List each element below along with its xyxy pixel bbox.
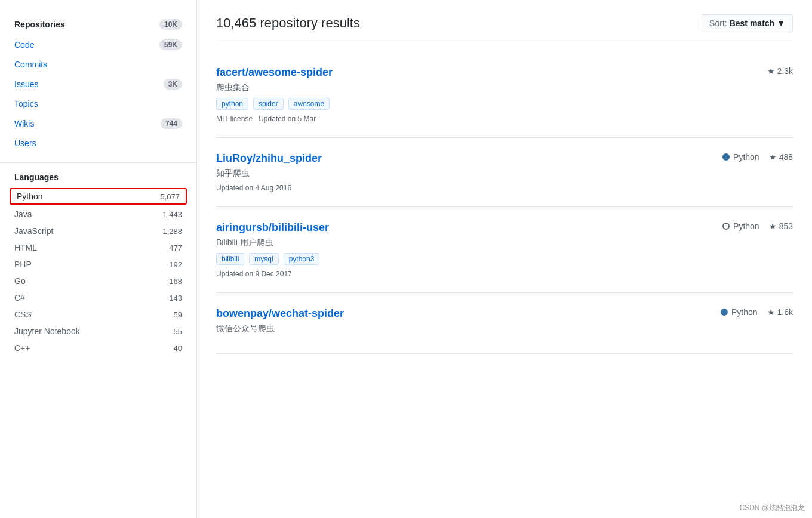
language-item-html[interactable]: HTML477 bbox=[0, 239, 196, 256]
star-icon: ★ bbox=[767, 66, 775, 76]
language-item-c#[interactable]: C#143 bbox=[0, 289, 196, 306]
repo-footer: MIT license Updated on 5 Mar bbox=[216, 115, 793, 123]
language-name: CSS bbox=[14, 310, 32, 319]
language-name: PHP bbox=[14, 260, 32, 269]
repo-updated: Updated on 9 Dec 2017 bbox=[216, 270, 292, 278]
language-name: Jupyter Notebook bbox=[14, 326, 80, 336]
language-item-jupyter-notebook[interactable]: Jupyter Notebook55 bbox=[0, 323, 196, 340]
language-count: 168 bbox=[169, 277, 182, 286]
sidebar: Repositories10KCode59KCommitsIssues3KTop… bbox=[0, 0, 197, 518]
star-icon: ★ bbox=[769, 152, 777, 162]
star-count: ★ 853 bbox=[769, 221, 793, 231]
repo-tag[interactable]: bilibili bbox=[216, 253, 244, 265]
watermark: CSDN @炫酷泡泡龙 bbox=[739, 503, 805, 513]
repo-tags: pythonspiderawesome bbox=[216, 98, 793, 110]
star-value: 488 bbox=[779, 152, 793, 162]
results-header: 10,465 repository results Sort: Best mat… bbox=[216, 14, 793, 42]
language-dot bbox=[722, 223, 730, 230]
repo-updated: Updated on 5 Mar bbox=[259, 115, 316, 123]
repo-tag[interactable]: mysql bbox=[249, 253, 278, 265]
language-count: 1,288 bbox=[162, 227, 182, 236]
sidebar-item-label: Topics bbox=[14, 99, 38, 109]
sidebar-badge: 3K bbox=[164, 79, 182, 90]
language-count: 59 bbox=[174, 310, 182, 319]
sidebar-item-label: Commits bbox=[14, 60, 47, 69]
languages-title: Languages bbox=[0, 168, 196, 187]
language-count: 55 bbox=[174, 327, 182, 336]
repo-name[interactable]: facert/awesome-spider bbox=[216, 66, 333, 79]
language-item-python[interactable]: Python5,077 bbox=[10, 188, 187, 205]
language-item-go[interactable]: Go168 bbox=[0, 273, 196, 289]
results-title: 10,465 repository results bbox=[216, 16, 360, 31]
repo-name[interactable]: airingursb/bilibili-user bbox=[216, 221, 329, 234]
repo-updated: Updated on 4 Aug 2016 bbox=[216, 184, 291, 192]
star-icon: ★ bbox=[769, 221, 777, 231]
language-indicator: Python bbox=[721, 307, 758, 317]
sidebar-item-label: Users bbox=[14, 138, 36, 148]
sort-value: Best match bbox=[730, 18, 774, 28]
sidebar-item-label: Wikis bbox=[14, 119, 34, 128]
sidebar-item-label: Code bbox=[14, 40, 34, 50]
repo-card-header: airingursb/bilibili-user Python ★ 853 bbox=[216, 221, 793, 234]
language-dot bbox=[722, 153, 730, 161]
repo-desc: 爬虫集合 bbox=[216, 82, 793, 93]
language-item-css[interactable]: CSS59 bbox=[0, 306, 196, 323]
sidebar-item-users[interactable]: Users bbox=[0, 134, 196, 153]
star-count: ★ 2.3k bbox=[767, 66, 793, 76]
repo-tags: bilibilimysqlpython3 bbox=[216, 253, 793, 265]
repo-tag[interactable]: python3 bbox=[284, 253, 320, 265]
repo-card-header: facert/awesome-spider ★ 2.3k bbox=[216, 66, 793, 79]
language-item-c++[interactable]: C++40 bbox=[0, 340, 196, 356]
nav-section: Repositories10KCode59KCommitsIssues3KTop… bbox=[0, 10, 196, 158]
language-count: 192 bbox=[169, 260, 182, 269]
language-label: Python bbox=[733, 152, 759, 162]
sort-button[interactable]: Sort: Best match ▼ bbox=[702, 14, 793, 32]
sidebar-item-code[interactable]: Code59K bbox=[0, 35, 196, 55]
sidebar-item-commits[interactable]: Commits bbox=[0, 55, 196, 74]
repo-meta-right: ★ 2.3k bbox=[767, 66, 793, 76]
repo-tag[interactable]: python bbox=[216, 98, 248, 110]
star-value: 1.6k bbox=[777, 307, 793, 317]
language-dot bbox=[721, 309, 728, 316]
language-name: Python bbox=[17, 192, 43, 201]
sort-label: Sort: bbox=[709, 18, 727, 28]
language-count: 1,443 bbox=[162, 210, 182, 219]
language-name: C# bbox=[14, 293, 25, 303]
repo-list: facert/awesome-spider ★ 2.3k 爬虫集合 python… bbox=[216, 52, 793, 354]
repo-footer: Updated on 4 Aug 2016 bbox=[216, 184, 793, 192]
main-content: 10,465 repository results Sort: Best mat… bbox=[197, 0, 812, 518]
sidebar-item-label: Repositories bbox=[14, 20, 65, 29]
sidebar-badge: 10K bbox=[159, 19, 182, 30]
star-value: 2.3k bbox=[777, 66, 793, 76]
star-value: 853 bbox=[779, 221, 793, 231]
language-item-php[interactable]: PHP192 bbox=[0, 256, 196, 273]
repo-meta-right: Python ★ 1.6k bbox=[721, 307, 793, 317]
sidebar-item-topics[interactable]: Topics bbox=[0, 94, 196, 113]
repo-meta-right: Python ★ 853 bbox=[722, 221, 793, 231]
language-count: 143 bbox=[169, 294, 182, 303]
repo-card: airingursb/bilibili-user Python ★ 853 Bi… bbox=[216, 207, 793, 293]
language-count: 40 bbox=[174, 344, 182, 353]
language-count: 477 bbox=[169, 243, 182, 252]
star-count: ★ 488 bbox=[769, 152, 793, 162]
sidebar-divider bbox=[0, 162, 196, 163]
language-name: C++ bbox=[14, 343, 30, 353]
repo-name[interactable]: LiuRoy/zhihu_spider bbox=[216, 152, 322, 165]
repo-desc: 知乎爬虫 bbox=[216, 168, 793, 179]
chevron-down-icon: ▼ bbox=[777, 18, 785, 28]
language-item-java[interactable]: Java1,443 bbox=[0, 206, 196, 223]
repo-name[interactable]: bowenpay/wechat-spider bbox=[216, 307, 344, 320]
sidebar-item-issues[interactable]: Issues3K bbox=[0, 74, 196, 94]
repo-footer: Updated on 9 Dec 2017 bbox=[216, 270, 793, 278]
repo-tag[interactable]: spider bbox=[253, 98, 284, 110]
repo-card-header: bowenpay/wechat-spider Python ★ 1.6k bbox=[216, 307, 793, 320]
sidebar-item-repositories[interactable]: Repositories10K bbox=[0, 14, 196, 35]
language-count: 5,077 bbox=[160, 192, 180, 201]
language-indicator: Python bbox=[722, 221, 759, 231]
repo-card: bowenpay/wechat-spider Python ★ 1.6k 微信公… bbox=[216, 293, 793, 354]
sidebar-item-wikis[interactable]: Wikis744 bbox=[0, 113, 196, 134]
language-item-javascript[interactable]: JavaScript1,288 bbox=[0, 223, 196, 239]
repo-tag[interactable]: awesome bbox=[288, 98, 330, 110]
language-label: Python bbox=[731, 307, 758, 317]
sidebar-item-label: Issues bbox=[14, 79, 38, 89]
